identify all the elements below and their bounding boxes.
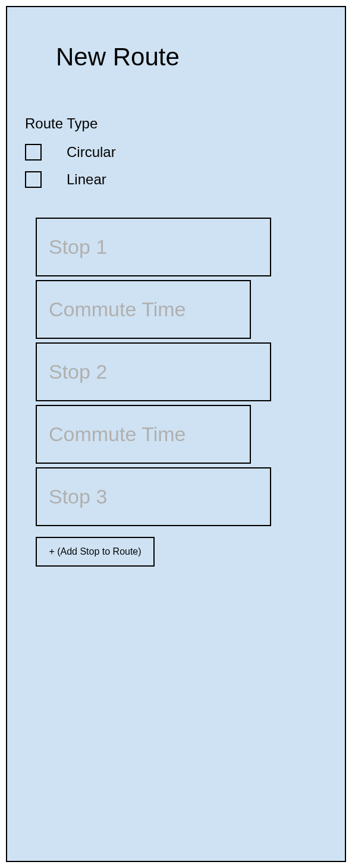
- add-stop-button[interactable]: + (Add Stop to Route): [36, 537, 155, 567]
- stop-2-input[interactable]: Stop 2: [36, 342, 271, 401]
- new-route-panel: New Route Route Type Circular Linear Sto…: [6, 6, 346, 862]
- stops-container: Stop 1 Commute Time Stop 2 Commute Time …: [36, 218, 271, 567]
- stop-1-input[interactable]: Stop 1: [36, 218, 271, 276]
- commute-time-1-input[interactable]: Commute Time: [36, 280, 251, 339]
- route-type-label: Route Type: [25, 115, 98, 132]
- checkbox-label-linear: Linear: [67, 171, 106, 188]
- checkbox-linear[interactable]: [25, 171, 42, 188]
- commute-time-2-input[interactable]: Commute Time: [36, 405, 251, 464]
- route-type-option-circular[interactable]: Circular: [25, 144, 116, 161]
- stop-3-input[interactable]: Stop 3: [36, 467, 271, 526]
- checkbox-circular[interactable]: [25, 144, 42, 161]
- route-type-option-linear[interactable]: Linear: [25, 171, 106, 188]
- page-title: New Route: [56, 43, 180, 71]
- checkbox-label-circular: Circular: [67, 144, 116, 161]
